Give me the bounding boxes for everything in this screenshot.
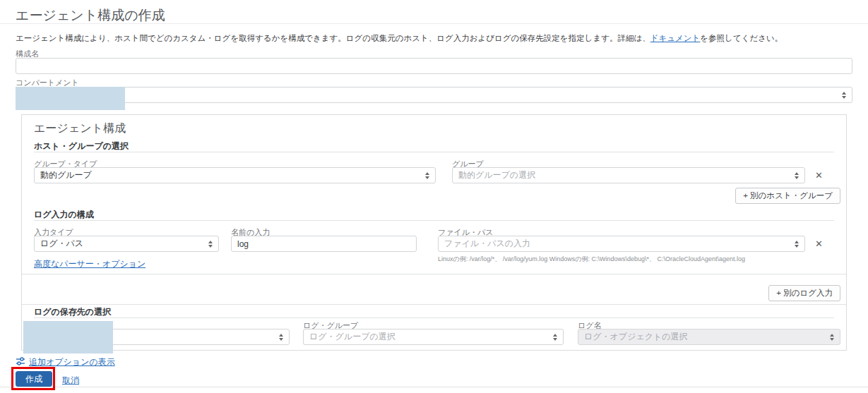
log-inputs-section-divider [34,220,834,221]
description-text-suffix: を参照してください。 [700,34,783,42]
sliders-icon [16,356,25,366]
select-stepper-icon [279,334,283,341]
log-name-placeholder: ログ・オブジェクトの選択 [584,332,688,341]
log-group-placeholder: ログ・グループの選択 [309,332,396,341]
select-stepper-icon [842,92,846,99]
footer-divider [0,387,868,387]
input-type-select[interactable]: ログ・パス [34,236,219,252]
compartment-select[interactable] [16,87,852,103]
input-name-field[interactable] [231,236,417,252]
documentation-link[interactable]: ドキュメント [650,34,701,42]
advanced-parser-options-link[interactable]: 高度なパーサー・オプション [34,258,145,270]
remove-log-input-icon[interactable]: ✕ [815,239,823,248]
input-type-value: ログ・パス [40,238,83,248]
select-stepper-icon [553,334,557,341]
config-name-input[interactable] [16,58,852,74]
host-groups-section-divider [34,152,834,152]
add-host-group-button[interactable]: + 別のホスト・グループ [735,188,840,204]
select-stepper-icon [830,334,834,341]
log-group-select[interactable]: ログ・グループの選択 [303,329,564,345]
log-inputs-section-title: ログ入力の構成 [34,209,94,221]
file-path-hint: Linuxの例: /var/log/*、 /var/log/yum.log Wi… [438,255,745,264]
select-stepper-icon [208,241,213,248]
select-stepper-icon [795,172,799,179]
add-log-input-button[interactable]: + 別のログ入力 [768,285,840,301]
redacted-destination-compartment-value [23,321,113,353]
select-stepper-icon [795,241,799,248]
log-destination-top-divider [22,304,846,305]
file-path-combobox[interactable]: ファイル・パスの入力 [438,236,805,252]
file-path-placeholder: ファイル・パスの入力 [444,238,530,248]
log-name-select[interactable]: ログ・オブジェクトの選択 [578,329,840,345]
cancel-link[interactable]: 取消 [62,375,79,387]
log-destination-section-title: ログの保存先の選択 [34,306,111,318]
select-stepper-icon [425,172,429,179]
create-button[interactable]: 作成 [16,371,52,387]
host-groups-section-title: ホスト・グループの選択 [34,140,129,152]
remove-host-group-icon[interactable]: ✕ [815,171,823,180]
log-destination-section-divider [34,318,834,318]
redacted-compartment-value [16,87,125,110]
description-text-prefix: エージェント構成により、ホスト間でどのカスタム・ログを取得するかを構成できます。… [16,34,650,42]
agent-config-panel [21,114,847,351]
group-type-select[interactable]: 動的グループ [34,167,436,183]
page-description: エージェント構成により、ホスト間でどのカスタム・ログを取得するかを構成できます。… [16,33,783,44]
agent-config-panel-title: エージェント構成 [34,121,126,136]
header-divider [0,23,868,24]
group-select-placeholder: 動的グループの選択 [458,170,535,180]
group-type-value: 動的グループ [40,170,92,180]
page-title: エージェント構成の作成 [16,6,165,25]
log-inputs-bottom-divider [22,274,846,274]
group-select[interactable]: 動的グループの選択 [452,167,805,183]
show-additional-options-link[interactable]: 追加オプションの表示 [29,356,115,368]
create-agent-config-page: エージェント構成の作成 エージェント構成により、ホスト間でどのカスタム・ログを取… [0,0,868,393]
